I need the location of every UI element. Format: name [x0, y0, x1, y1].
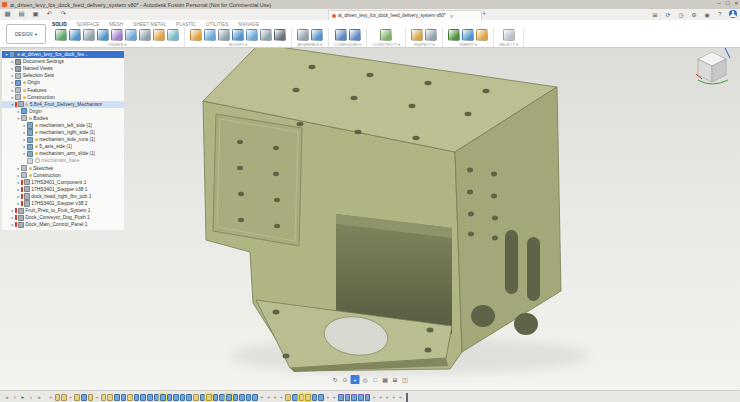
ribbon-group-label[interactable]: ASSEMBLE ▾: [298, 42, 323, 47]
settings-gear-icon[interactable]: ⚙: [690, 10, 698, 18]
file-menu-icon[interactable]: ▤: [17, 10, 26, 18]
visibility-on-icon[interactable]: [25, 103, 28, 106]
configuration-table-icon[interactable]: [349, 29, 361, 41]
browser-row[interactable]: ▾ai_driven_levy_fcs_dock_fee...: [2, 51, 124, 58]
browser-row[interactable]: ▸Fruit_Prep_to_Fruit_System 1: [2, 207, 124, 214]
timeline-sketch-feature[interactable]: [101, 394, 107, 401]
timeline-sketch-feature[interactable]: [107, 394, 113, 401]
look-at-icon[interactable]: ⊙: [341, 375, 350, 384]
visibility-off-icon[interactable]: [35, 158, 40, 163]
timeline-joint-feature[interactable]: +: [259, 394, 265, 401]
timeline-selected-sketch[interactable]: [206, 394, 212, 401]
go-to-start-icon[interactable]: «: [4, 394, 10, 400]
go-to-end-icon[interactable]: »: [36, 394, 42, 400]
timeline-solid-feature[interactable]: [147, 394, 153, 401]
profile-avatar[interactable]: [729, 10, 737, 18]
revolve-icon[interactable]: [97, 29, 109, 41]
model-slot-2[interactable]: [527, 237, 540, 301]
timeline-joint-feature[interactable]: +: [384, 394, 390, 401]
browser-row[interactable]: mechanism_base: [2, 157, 124, 164]
job-status-icon[interactable]: ⟳: [664, 10, 672, 18]
visibility-on-icon[interactable]: [35, 152, 38, 155]
timeline-sketch-feature[interactable]: [55, 394, 61, 401]
insert-mesh-icon[interactable]: [462, 29, 474, 41]
ribbon-tab-manage[interactable]: MANAGE: [238, 22, 259, 27]
timeline-joint-feature[interactable]: +: [371, 394, 377, 401]
select-tool-icon[interactable]: [503, 29, 515, 41]
ribbon-group-label[interactable]: MODIFY ▾: [229, 42, 248, 47]
move-copy-icon[interactable]: [274, 29, 286, 41]
browser-row[interactable]: ▾Bodies: [2, 115, 124, 122]
timeline-grouped-feature[interactable]: [358, 394, 364, 401]
browser-row[interactable]: ▸Sketches: [2, 165, 124, 172]
joint-icon[interactable]: [311, 29, 323, 41]
loft-icon[interactable]: [125, 29, 137, 41]
insert-derive-icon[interactable]: [448, 29, 460, 41]
fillet-icon[interactable]: [204, 29, 216, 41]
extrude-icon[interactable]: [83, 29, 95, 41]
workspace-selector[interactable]: DESIGN ▾: [6, 24, 46, 44]
help-icon[interactable]: ?: [716, 10, 724, 18]
timeline-solid-feature[interactable]: [154, 394, 160, 401]
ribbon-group-label[interactable]: CONSTRUCT ▾: [372, 42, 400, 47]
browser-row[interactable]: ▸17HS3401_Stepper v38 2: [2, 200, 124, 207]
timeline-grouped-feature[interactable]: [351, 394, 357, 401]
browser-row[interactable]: ▸Construction: [2, 94, 124, 101]
timeline-joint-feature[interactable]: +: [378, 394, 384, 401]
notifications-bell-icon[interactable]: ◉: [703, 10, 711, 18]
timeline-solid-feature[interactable]: [200, 394, 206, 401]
browser-row[interactable]: ▸Origin: [2, 108, 124, 115]
timeline-solid-feature[interactable]: [312, 394, 318, 401]
hole-icon[interactable]: [139, 29, 151, 41]
ribbon-group-label[interactable]: INSERT ▾: [459, 42, 477, 47]
browser-row[interactable]: ▸Named Views: [2, 65, 124, 72]
timeline-selected-feature[interactable]: [226, 394, 232, 401]
timeline-joint-feature[interactable]: +: [94, 394, 100, 401]
timeline-joint-feature[interactable]: +: [325, 394, 331, 401]
timeline-selected-feature[interactable]: [160, 394, 166, 401]
tab-close-icon[interactable]: ✕: [450, 13, 454, 19]
timeline-solid-feature[interactable]: [180, 394, 186, 401]
new-component-assemble-icon[interactable]: [297, 29, 309, 41]
model-large-hole-1[interactable]: [471, 305, 495, 327]
thread-icon[interactable]: [153, 29, 165, 41]
browser-row[interactable]: ▸mechanism_side_runs (1): [2, 136, 124, 143]
timeline-joint-feature[interactable]: +: [332, 394, 338, 401]
ribbon-group-label[interactable]: INSPECT ▾: [414, 42, 434, 47]
measure-icon[interactable]: [411, 29, 423, 41]
step-forward-icon[interactable]: ›: [28, 394, 34, 400]
display-settings-icon[interactable]: ▦: [381, 375, 390, 384]
timeline-grouped-feature[interactable]: [345, 394, 351, 401]
zoom-icon[interactable]: ◎: [361, 375, 370, 384]
timeline-grouped-feature[interactable]: [365, 394, 371, 401]
visibility-on-icon[interactable]: [23, 81, 26, 84]
browser-row[interactable]: ▸Construction: [2, 172, 124, 179]
browser-row[interactable]: ▸5_axis_side (1): [2, 143, 124, 150]
timeline-playhead[interactable]: [406, 393, 408, 402]
browser-row[interactable]: ▸Document Settings: [2, 58, 124, 65]
offset-face-icon[interactable]: [246, 29, 258, 41]
timeline-selected-sketch[interactable]: [305, 394, 311, 401]
visibility-on-icon[interactable]: [23, 96, 26, 99]
timeline-joint-feature[interactable]: +: [279, 394, 285, 401]
timeline-joint-feature[interactable]: +: [272, 394, 278, 401]
timeline-solid-feature[interactable]: [134, 394, 140, 401]
timeline-solid-feature[interactable]: [318, 394, 324, 401]
browser-row[interactable]: ▾5.8x4_Fruit_Delivery_Mechanism: [2, 101, 124, 108]
timeline-solid-feature[interactable]: [246, 394, 252, 401]
undo-icon[interactable]: ↶: [45, 10, 54, 18]
timeline-solid-feature[interactable]: [121, 394, 127, 401]
minimize-button[interactable]: –: [718, 0, 721, 6]
timeline-solid-feature[interactable]: [219, 394, 225, 401]
timeline-solid-feature[interactable]: [173, 394, 179, 401]
timeline-solid-feature[interactable]: [186, 394, 192, 401]
redo-icon[interactable]: ↷: [59, 10, 68, 18]
browser-row[interactable]: ▸17HS3401_Stepper v38 1: [2, 186, 124, 193]
close-button[interactable]: ×: [734, 0, 738, 6]
ribbon-tab-plastic[interactable]: PLASTIC: [176, 22, 196, 27]
timeline-solid-feature[interactable]: [81, 394, 87, 401]
grid-layout-icon[interactable]: ⊞: [391, 375, 400, 384]
fit-icon[interactable]: □: [371, 375, 380, 384]
visibility-on-icon[interactable]: [17, 53, 20, 56]
new-component-icon[interactable]: [55, 29, 67, 41]
